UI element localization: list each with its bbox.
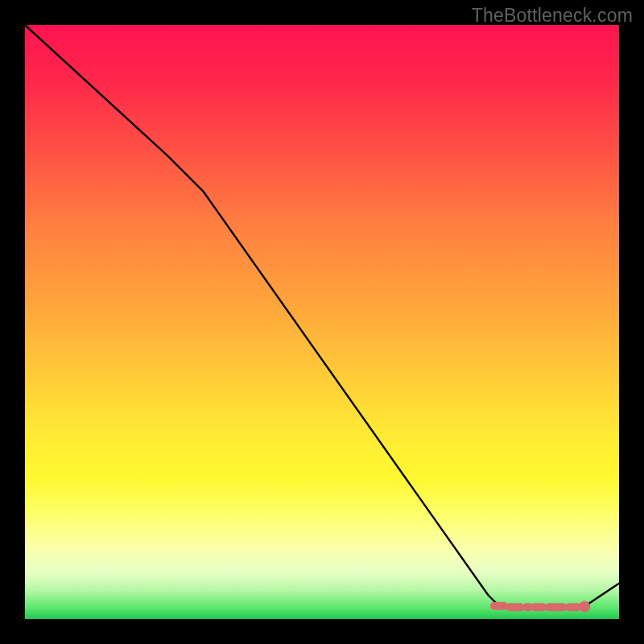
main-line — [25, 25, 619, 607]
svg-point-6 — [579, 601, 590, 613]
watermark-text: TheBottleneck.com — [472, 5, 633, 27]
chart-svg — [25, 25, 619, 619]
plot-area — [25, 25, 619, 619]
highlight-dashes — [494, 606, 577, 607]
highlight-dot — [579, 601, 590, 613]
chart-frame: TheBottleneck.com — [0, 0, 644, 644]
